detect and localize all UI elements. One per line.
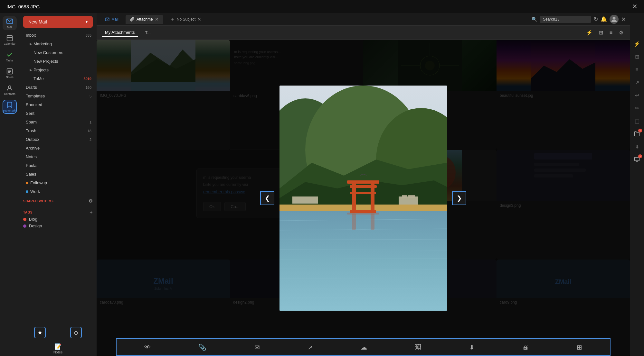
sidebar-item-sent[interactable]: Sent <box>21 109 95 117</box>
tab-close-no-subject[interactable]: ✕ <box>197 17 201 22</box>
right-panels-icon[interactable]: ◫ <box>632 116 642 126</box>
tags-section: TAGS + <box>19 207 97 216</box>
sidebar-item-inbox[interactable]: Inbox 635 <box>21 31 95 39</box>
svg-rect-57 <box>350 185 377 188</box>
svg-point-13 <box>612 16 615 19</box>
svg-rect-52 <box>408 195 415 197</box>
window-title-bar: IMG_0683.JPG ✕ <box>0 0 644 13</box>
list-icon[interactable]: ≡ <box>608 29 614 37</box>
right-sidebar: ⚡ ⊞ ≡ ↗ ↩ ✏ ◫ ! ⬇ 2 <box>630 13 644 356</box>
right-share-icon[interactable]: ↗ <box>632 77 642 87</box>
sidebar-item-marketing[interactable]: ▶ Marketing <box>21 40 95 48</box>
sidebar-item-drafts[interactable]: Drafts 160 <box>21 83 95 91</box>
lb-image-icon[interactable]: 🖼 <box>413 342 423 353</box>
user-avatar[interactable] <box>610 15 619 24</box>
sidebar-item-snoozed[interactable]: Snoozed <box>21 101 95 109</box>
settings-icon[interactable]: ⚙ <box>618 28 625 37</box>
window-close-button[interactable]: ✕ <box>632 3 638 10</box>
svg-rect-63 <box>635 157 639 161</box>
app-icon-bookmarks[interactable]: Bookmarks <box>3 100 17 114</box>
toolbar-tab-my-attachments[interactable]: My Attachments <box>102 29 138 37</box>
sidebar-item-templates[interactable]: Templates 5 <box>21 92 95 100</box>
refresh-icon[interactable]: ↻ <box>594 16 598 22</box>
sidebar-item-sales[interactable]: Sales <box>21 170 95 178</box>
app-icon-contacts[interactable]: Contacts <box>3 83 17 97</box>
new-mail-button[interactable]: New Mail ▾ <box>23 16 93 28</box>
lb-share-icon[interactable]: ↗ <box>306 342 315 353</box>
svg-rect-53 <box>292 196 318 204</box>
right-edit-icon[interactable]: ✏ <box>632 103 642 113</box>
sidebar-item-outbox[interactable]: Outbox 2 <box>21 135 95 143</box>
tab-attachments[interactable]: Attachme ✕ <box>126 15 163 24</box>
right-reply-icon[interactable]: ↩ <box>632 90 642 100</box>
sidebar-item-trash[interactable]: Trash 18 <box>21 127 95 135</box>
lb-print-icon[interactable]: 🖨 <box>520 342 531 353</box>
content-toolbar: My Attachments T... ⚡ ⊞ ≡ ⚙ <box>97 26 630 40</box>
svg-rect-40 <box>279 211 447 311</box>
sidebar-star-icon[interactable]: ★ <box>34 327 46 338</box>
svg-rect-61 <box>371 214 374 230</box>
sidebar-item-followup[interactable]: Followup <box>21 179 95 187</box>
filter-icon[interactable]: ⚡ <box>585 28 594 37</box>
svg-rect-62 <box>347 213 379 215</box>
svg-rect-1 <box>7 36 13 41</box>
sidebar-item-new-customers[interactable]: New Customers <box>21 49 95 57</box>
tag-blog[interactable]: Blog <box>19 216 97 223</box>
lightbox: ❮ <box>279 86 447 311</box>
sidebar-item-work[interactable]: Work <box>21 187 95 196</box>
lb-grid-icon[interactable]: ⊞ <box>575 342 584 353</box>
lb-attach-icon[interactable]: 📎 <box>196 342 208 353</box>
right-list-icon[interactable]: ≡ <box>632 64 642 75</box>
app-icon-notes[interactable]: Notes <box>3 66 17 80</box>
tab-no-subject[interactable]: No Subject ✕ <box>166 15 206 24</box>
window-title-text: IMG_0683.JPG <box>6 4 40 9</box>
lightbox-next-button[interactable]: ❯ <box>452 191 466 205</box>
lb-cloud-icon[interactable]: ☁ <box>359 342 369 353</box>
toolbar-tab-t[interactable]: T... <box>142 29 154 36</box>
lb-download-icon[interactable]: ⬇ <box>467 342 477 353</box>
sidebar-item-archive[interactable]: Archive <box>21 144 95 152</box>
grid-icon[interactable]: ⊞ <box>598 28 604 37</box>
svg-rect-50 <box>399 196 418 205</box>
window-close-icon[interactable]: ✕ <box>621 16 626 23</box>
right-folder-icon[interactable]: ! <box>632 129 642 139</box>
app-icon-bar: Mail Calendar Tasks Notes Contacts Bookm… <box>0 13 19 356</box>
svg-rect-60 <box>352 214 356 230</box>
sidebar-bottom-notes[interactable]: 📝 Notes <box>53 343 63 354</box>
sidebar-item-paula[interactable]: Paula <box>21 161 95 169</box>
right-grid-icon[interactable]: ⊞ <box>632 51 642 62</box>
app-icon-calendar[interactable]: Calendar <box>3 33 17 47</box>
sidebar-item-notes[interactable]: Notes <box>21 153 95 161</box>
search-input[interactable] <box>540 16 591 23</box>
lb-view-icon[interactable]: 👁 <box>142 342 153 353</box>
app-icon-mail[interactable]: Mail <box>3 16 17 30</box>
lightbox-bottom-toolbar: 👁 📎 ✉ ↗ ☁ 🖼 ⬇ 🖨 ⊞ <box>116 338 611 356</box>
sidebar-bottom-bar: ★ ◇ <box>19 324 97 341</box>
lb-email-icon[interactable]: ✉ <box>252 342 262 353</box>
main-content-area: Mail Attachme ✕ No Subject ✕ 🔍 ↻ 🔔 <box>97 13 630 356</box>
lightbox-image <box>279 86 447 311</box>
sidebar-item-new-projects[interactable]: New Projects <box>21 57 95 65</box>
tag-design[interactable]: Design <box>19 223 97 229</box>
svg-rect-58 <box>350 192 376 194</box>
svg-rect-39 <box>279 205 447 211</box>
sidebar-tag-icon[interactable]: ◇ <box>70 327 82 338</box>
lightbox-prev-button[interactable]: ❮ <box>260 191 274 205</box>
svg-point-9 <box>8 86 11 88</box>
svg-rect-51 <box>402 195 407 197</box>
tab-mail[interactable]: Mail <box>100 15 123 23</box>
right-monitor-icon[interactable]: 2 <box>632 154 642 165</box>
sidebar-item-projects[interactable]: ▶ Projects <box>21 66 95 74</box>
lightbox-overlay[interactable]: ❮ <box>97 40 630 356</box>
app-icon-tasks[interactable]: Tasks <box>3 50 17 64</box>
tab-close-attachments[interactable]: ✕ <box>155 17 159 22</box>
sidebar-item-tome[interactable]: ToMe 8019 <box>21 75 95 83</box>
right-filter-icon[interactable]: ⚡ <box>632 39 642 49</box>
search-area: 🔍 <box>532 16 591 23</box>
top-bar-actions: ↻ 🔔 ✕ <box>594 15 626 24</box>
right-download-icon[interactable]: ⬇ <box>632 141 642 152</box>
notification-icon[interactable]: 🔔 <box>601 16 607 22</box>
svg-rect-56 <box>347 180 379 184</box>
sidebar-item-spam[interactable]: Spam 1 <box>21 118 95 126</box>
tab-bar: Mail Attachme ✕ No Subject ✕ 🔍 ↻ 🔔 <box>97 13 630 26</box>
